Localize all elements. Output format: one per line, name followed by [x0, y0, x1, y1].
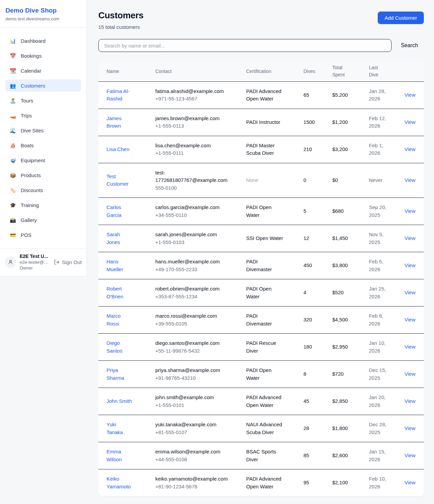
last-dive-date: Jan 10, 2026 [369, 340, 386, 354]
column-header-actions [405, 61, 424, 81]
customer-email: priya.sharma@example.com [155, 367, 226, 374]
customer-name-link[interactable]: Priya Sharma [106, 367, 124, 381]
view-link[interactable]: View [405, 452, 415, 458]
shop-domain: demo.test.divestreams.com [5, 16, 81, 21]
dive-count: 28 [303, 425, 309, 431]
sidebar-item-label: Gallery [21, 217, 37, 223]
last-dive-date: Sep 20, 2025 [369, 204, 387, 218]
table-row: Carlos Garcia carlos.garcia@example.com … [98, 198, 424, 225]
wave-icon: 🌊 [9, 128, 16, 133]
customer-name-link[interactable]: Fatima Al-Rashid [106, 88, 130, 102]
sailboat-icon: ⛵ [9, 143, 16, 148]
view-link[interactable]: View [405, 177, 415, 183]
customer-phone: +1-555-0101 [155, 402, 226, 409]
add-customer-button[interactable]: Add Customer [378, 12, 424, 24]
view-link[interactable]: View [405, 262, 415, 268]
tear-off-calendar-icon: 📆 [9, 68, 16, 73]
total-spent: $2,950 [332, 344, 348, 350]
customer-name-link[interactable]: Sarah Jones [106, 231, 120, 245]
sidebar-item-discounts[interactable]: 🏷️ Discounts [5, 184, 81, 196]
page-heading-block: Customers 15 total customers [98, 10, 143, 30]
sidebar-item-dashboard[interactable]: 📊 Dashboard [5, 35, 81, 47]
certification: PADI Advanced Open Water [246, 476, 281, 489]
customer-phone: 555-0100 [155, 184, 226, 192]
sidebar-item-label: Boats [21, 143, 34, 148]
customer-name-link[interactable]: Test Customer [106, 173, 129, 187]
total-spent: $520 [332, 290, 343, 295]
sidebar-item-customers[interactable]: 👥 Customers [5, 79, 81, 92]
search-row: Search [98, 39, 424, 52]
view-link[interactable]: View [405, 146, 415, 152]
view-link[interactable]: View [405, 480, 415, 485]
customer-name-link[interactable]: Diego Santos [106, 340, 122, 354]
person-icon [8, 259, 13, 265]
certification: PADI Open Water [246, 204, 272, 218]
sidebar-item-pos[interactable]: 💳 POS [5, 229, 81, 241]
customer-email: diego.santos@example.com [155, 339, 226, 347]
sidebar: Demo Dive Shop demo.test.divestreams.com… [0, 0, 87, 276]
view-link[interactable]: View [405, 317, 415, 322]
speedboat-icon: 🚤 [9, 113, 16, 118]
view-link[interactable]: View [405, 425, 415, 431]
view-link[interactable]: View [405, 344, 415, 350]
view-link[interactable]: View [405, 92, 415, 98]
customer-count: 15 total customers [98, 24, 143, 30]
view-link[interactable]: View [405, 119, 415, 125]
customer-name-link[interactable]: Carlos Garcia [106, 204, 121, 218]
customer-name-link[interactable]: Hans Mueller [106, 259, 123, 272]
total-spent: $5,200 [332, 92, 348, 98]
table-row: Marco Rossi marco.rossi@example.com +39-… [98, 306, 424, 334]
sidebar-item-dive-sites[interactable]: 🌊 Dive Sites [5, 124, 81, 136]
diving-mask-icon: 🤿 [9, 158, 16, 163]
customer-name-link[interactable]: Keiko Yamamoto [106, 476, 131, 489]
sidebar-item-label: Customers [21, 83, 45, 89]
sidebar-item-calendar[interactable]: 📆 Calendar [5, 64, 81, 77]
certification: PADI Advanced Open Water [246, 88, 281, 102]
last-dive-date: Jan 25, 2026 [369, 286, 386, 299]
customer-name-link[interactable]: Robert O'Brien [106, 286, 123, 299]
customer-email: carlos.garcia@example.com [155, 204, 226, 211]
customer-phone: +44-555-0108 [155, 456, 226, 464]
sidebar-item-equipment[interactable]: 🤿 Equipment [5, 154, 81, 166]
sign-out-button[interactable]: Sign Out [54, 259, 82, 265]
customer-name-link[interactable]: Emma Wilson [106, 449, 122, 462]
sidebar-item-training[interactable]: 🎓 Training [5, 199, 81, 211]
last-dive-date: Dec 28, 2025 [369, 422, 387, 435]
customer-phone: +49-170-555-2233 [155, 266, 226, 274]
customer-name-link[interactable]: Lisa Chen [106, 146, 130, 152]
customer-name-link[interactable]: James Brown [106, 115, 121, 129]
sidebar-item-products[interactable]: 📦 Products [5, 169, 81, 181]
view-link[interactable]: View [405, 398, 415, 404]
sidebar-user-section: E2E Test U... e2e-tester@... Owner Sign … [0, 248, 86, 276]
sidebar-item-label: POS [21, 232, 32, 238]
last-dive-date: Feb 8, 2026 [369, 313, 383, 326]
last-dive-date: Feb 10, 2026 [369, 476, 386, 489]
sidebar-item-bookings[interactable]: 📅 Bookings [5, 50, 81, 62]
search-input[interactable] [98, 39, 392, 52]
customer-name-link[interactable]: Yuki Tanaka [106, 422, 123, 435]
last-dive-date: Feb 12, 2026 [369, 115, 386, 129]
table-row: Priya Sharma priya.sharma@example.com +9… [98, 361, 424, 388]
column-header-last-dive: Last Dive [369, 61, 405, 81]
view-link[interactable]: View [405, 208, 415, 214]
customer-name-link[interactable]: John Smith [106, 398, 132, 404]
sidebar-item-tours[interactable]: 🏝️ Tours [5, 94, 81, 107]
view-link[interactable]: View [405, 290, 415, 295]
sidebar-item-label: Tours [21, 98, 33, 104]
column-header-name: Name [98, 61, 155, 81]
sidebar-item-gallery[interactable]: 📸 Gallery [5, 214, 81, 226]
customer-name-link[interactable]: Marco Rossi [106, 313, 121, 326]
dive-count: 65 [303, 92, 309, 98]
sidebar-item-boats[interactable]: ⛵ Boats [5, 139, 81, 151]
sidebar-item-trips[interactable]: 🚤 Trips [5, 109, 81, 122]
page-header: Customers 15 total customers Add Custome… [98, 10, 424, 30]
label-tag-icon: 🏷️ [9, 188, 16, 193]
search-button[interactable]: Search [395, 42, 424, 49]
table-row: John Smith john.smith@example.com +1-555… [98, 388, 424, 415]
island-icon: 🏝️ [9, 98, 16, 103]
view-link[interactable]: View [405, 371, 415, 377]
sidebar-item-label: Products [21, 172, 41, 178]
sidebar-nav: 📊 Dashboard 📅 Bookings 📆 Calendar 👥 Cust… [0, 28, 86, 248]
sidebar-item-label: Bookings [21, 53, 42, 59]
view-link[interactable]: View [405, 235, 415, 241]
